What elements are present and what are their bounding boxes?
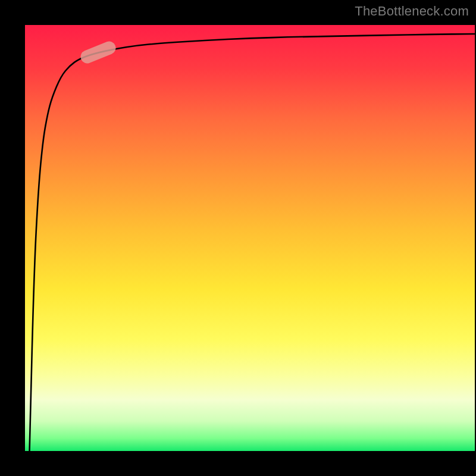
plot-area	[25, 25, 475, 451]
performance-curve	[30, 34, 475, 451]
attribution-text: TheBottleneck.com	[355, 4, 469, 19]
highlight-marker	[79, 39, 118, 65]
curve-svg	[25, 25, 475, 451]
chart-stage: TheBottleneck.com	[0, 0, 476, 476]
